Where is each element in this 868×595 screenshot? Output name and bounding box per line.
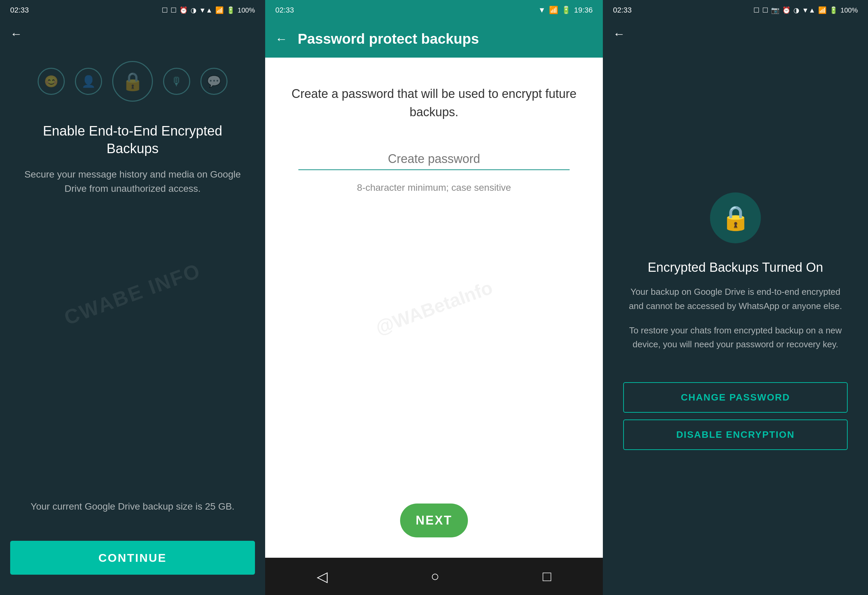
center-toolbar: ← Password protect backups — [265, 20, 603, 57]
nav-home-icon[interactable]: ○ — [431, 568, 440, 585]
left-watermark: CWABE INFO — [61, 259, 204, 330]
emoji-icon-circle: 😊 — [38, 68, 65, 95]
center-description: Create a password that will be used to e… — [285, 85, 583, 121]
left-toolbar: ← — [0, 20, 265, 47]
left-content: CWABE INFO 😊 👤 🔒 🎙 💬 Enable End-to-End E… — [0, 47, 265, 541]
center-body: @WABetaInfo Create a password that will … — [265, 57, 603, 558]
disable-encryption-button[interactable]: DISABLE ENCRYPTION — [623, 420, 848, 450]
right-panel: 02:33 ☐ ☐ 📷 ⏰ ◑ ▼▲ 📶 🔋 100% ← 🔒 Encrypte… — [603, 0, 868, 595]
screen2-icon: ☐ — [171, 6, 177, 14]
battery-icon: 🔋 — [226, 6, 235, 14]
password-hint: 8-character minimum; case sensitive — [357, 182, 511, 193]
continue-button[interactable]: CONTINUE — [10, 541, 255, 575]
person-icon-circle: 👤 — [75, 68, 102, 95]
chat-icon-circle: 💬 — [201, 68, 227, 95]
nav-recent-icon[interactable]: □ — [542, 568, 551, 585]
center-nav-bar: ◁ ○ □ — [265, 558, 603, 595]
right-donotdisturb-icon: ◑ — [793, 6, 799, 14]
right-battery-percent: 100% — [840, 6, 858, 14]
right-buttons: CHANGE PASSWORD DISABLE ENCRYPTION — [623, 382, 848, 450]
left-back-button[interactable]: ← — [10, 27, 22, 41]
right-title: Encrypted Backups Turned On — [648, 260, 823, 275]
right-screen2-icon: ☐ — [762, 6, 768, 14]
center-status-bar: 02:33 ▼ 📶 🔋 19:36 — [265, 0, 603, 20]
right-status-icons: ☐ ☐ 📷 ⏰ ◑ ▼▲ 📶 🔋 100% — [753, 6, 858, 14]
lock-icon-circle: 🔒 — [112, 61, 153, 102]
alarm-icon: ⏰ — [179, 6, 188, 14]
center-status-right: ▼ 📶 🔋 19:36 — [538, 6, 593, 15]
right-time: 02:33 — [613, 6, 632, 15]
center-wifi-icon: ▼ — [538, 6, 546, 15]
right-toolbar: ← — [603, 20, 868, 47]
left-panel: 02:33 ☐ ☐ ⏰ ◑ ▼▲ 📶 🔋 100% ← CWABE INFO 😊… — [0, 0, 265, 595]
battery-percent: 100% — [238, 6, 255, 14]
password-input[interactable] — [298, 149, 570, 170]
center-signal-icon: 📶 — [549, 6, 558, 15]
left-title: Enable End-to-End Encrypted Backups — [20, 122, 245, 157]
left-backup-info: Your current Google Drive backup size is… — [31, 499, 234, 514]
left-subtitle: Secure your message history and media on… — [20, 167, 245, 196]
right-subtitle1: Your backup on Google Drive is end-to-en… — [623, 285, 848, 313]
center-time-left: 02:33 — [275, 6, 294, 15]
wifi-icon: ▼▲ — [199, 6, 213, 14]
right-screen-icon: ☐ — [753, 6, 760, 14]
signal-icon: 📶 — [215, 6, 224, 14]
mic-icon-circle: 🎙 — [163, 68, 190, 95]
right-alarm-icon: ⏰ — [782, 6, 791, 14]
center-battery-icon: 🔋 — [561, 6, 571, 15]
screen-icon: ☐ — [162, 6, 168, 14]
center-time-right: 19:36 — [574, 6, 593, 15]
donotdisturb-icon: ◑ — [190, 6, 196, 14]
right-wifi-icon: ▼▲ — [802, 6, 815, 14]
right-battery-icon: 🔋 — [830, 6, 838, 14]
right-signal-icon: 📶 — [818, 6, 827, 14]
right-camera-icon: 📷 — [771, 6, 779, 14]
left-icons-row: 😊 👤 🔒 🎙 💬 — [38, 61, 227, 102]
password-input-wrapper — [298, 149, 570, 170]
next-button[interactable]: NEXT — [400, 504, 468, 538]
lock-checked-icon-circle: 🔒 — [710, 193, 761, 243]
left-status-bar: 02:33 ☐ ☐ ⏰ ◑ ▼▲ 📶 🔋 100% — [0, 0, 265, 20]
change-password-button[interactable]: CHANGE PASSWORD — [623, 382, 848, 413]
center-panel: 02:33 ▼ 📶 🔋 19:36 ← Password protect bac… — [265, 0, 603, 595]
right-subtitle2: To restore your chats from encrypted bac… — [623, 324, 848, 352]
left-status-icons: ☐ ☐ ⏰ ◑ ▼▲ 📶 🔋 100% — [162, 6, 255, 14]
center-watermark: @WABetaInfo — [373, 277, 495, 339]
left-time: 02:33 — [10, 6, 29, 15]
right-back-button[interactable]: ← — [613, 27, 625, 41]
center-back-button[interactable]: ← — [275, 32, 288, 46]
right-content: 🔒 Encrypted Backups Turned On Your backu… — [603, 47, 868, 595]
center-toolbar-title: Password protect backups — [298, 31, 479, 47]
nav-back-icon[interactable]: ◁ — [317, 568, 328, 585]
right-status-bar: 02:33 ☐ ☐ 📷 ⏰ ◑ ▼▲ 📶 🔋 100% — [603, 0, 868, 20]
